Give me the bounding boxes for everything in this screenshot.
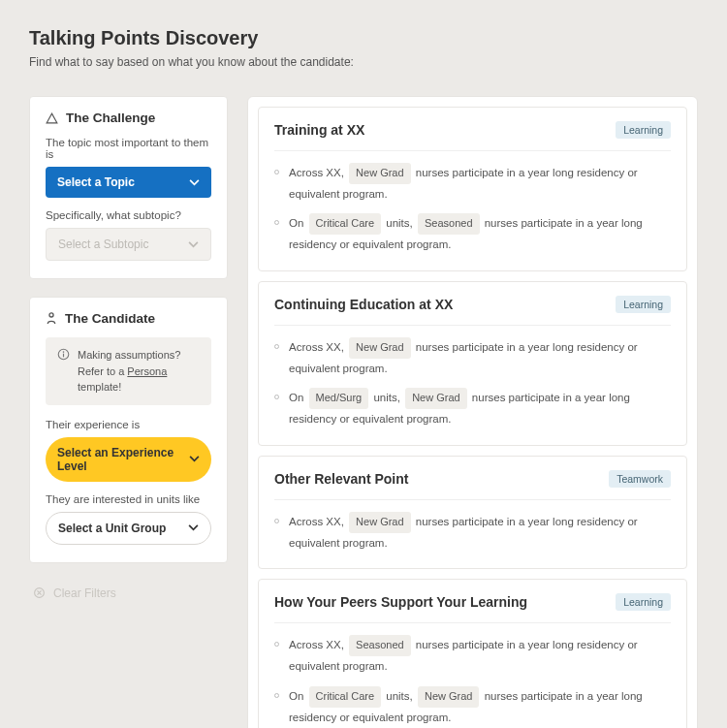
chip: Critical Care xyxy=(309,686,382,708)
bullet-text: Across XX, New Grad nurses participate i… xyxy=(289,337,671,378)
sidebar: The Challenge The topic most important t… xyxy=(29,96,228,606)
subtopic-select-value: Select a Subtopic xyxy=(58,237,148,251)
panel-candidate: The Candidate Making assumptions? Refer … xyxy=(29,297,228,563)
chevron-down-icon xyxy=(188,241,199,248)
info-card: Making assumptions? Refer to a Persona t… xyxy=(46,337,211,405)
unit-label: They are interested in units like xyxy=(46,493,211,505)
bullet-item: Across XX, New Grad nurses participate i… xyxy=(274,337,671,378)
persona-link[interactable]: Persona xyxy=(127,365,167,377)
unit-select[interactable]: Select a Unit Group xyxy=(46,512,211,545)
chip: Critical Care xyxy=(309,213,382,235)
bullet-text: On Critical Care units, Seasoned nurses … xyxy=(289,213,671,254)
bullet-dot-icon xyxy=(274,395,279,399)
subtopic-label: Specifically, what subtopic? xyxy=(46,209,211,221)
svg-point-2 xyxy=(63,351,65,353)
chip: Med/Surg xyxy=(309,388,369,409)
bullet-dot-icon xyxy=(274,220,279,225)
bullet-item: On Critical Care units, Seasoned nurses … xyxy=(274,213,671,254)
bullet-dot-icon xyxy=(274,344,279,349)
info-line2-prefix: Refer to a xyxy=(78,365,127,377)
chip: New Grad xyxy=(418,686,480,708)
results-container: Training at XXLearningAcross XX, New Gra… xyxy=(247,96,698,728)
bullet-dot-icon xyxy=(274,693,279,698)
unit-select-value: Select a Unit Group xyxy=(58,522,166,535)
card-title: Other Relevant Point xyxy=(274,471,408,487)
bullet-item: Across XX, New Grad nurses participate i… xyxy=(274,163,671,204)
experience-select-value: Select an Experience Level xyxy=(57,446,189,473)
panel-candidate-heading: The Candidate xyxy=(65,311,155,326)
bullet-text: On Med/Surg units, New Grad nurses parti… xyxy=(289,388,671,428)
clear-filters-button[interactable]: Clear Filters xyxy=(29,581,228,606)
info-line1: Making assumptions? xyxy=(78,349,180,361)
experience-select[interactable]: Select an Experience Level xyxy=(46,437,211,482)
bullet-text: Across XX, New Grad nurses participate i… xyxy=(289,163,671,204)
chip: Seasoned xyxy=(418,213,480,235)
bullet-item: On Med/Surg units, New Grad nurses parti… xyxy=(274,388,671,428)
result-card: How Your Peers Support Your LearningLear… xyxy=(258,579,687,728)
bullet-item: Across XX, New Grad nurses participate i… xyxy=(274,512,671,553)
chevron-down-icon xyxy=(188,524,199,531)
subtopic-select[interactable]: Select a Subtopic xyxy=(46,228,211,261)
panel-challenge-heading: The Challenge xyxy=(66,111,155,125)
card-title: How Your Peers Support Your Learning xyxy=(274,594,527,610)
info-line2-suffix: template! xyxy=(78,381,121,393)
clear-icon xyxy=(33,586,46,599)
chip: New Grad xyxy=(349,163,411,184)
svg-point-0 xyxy=(49,313,53,317)
bullet-text: On Critical Care units, New Grad nurses … xyxy=(289,686,671,727)
card-tag: Learning xyxy=(616,121,671,139)
page-subtitle: Find what to say based on what you know … xyxy=(29,55,698,69)
chevron-down-icon xyxy=(189,179,200,186)
card-tag: Teamwork xyxy=(609,470,671,488)
topic-select[interactable]: Select a Topic xyxy=(46,167,211,198)
card-tag: Learning xyxy=(616,593,671,611)
bullet-item: On Critical Care units, New Grad nurses … xyxy=(274,686,671,727)
bullet-dot-icon xyxy=(274,519,279,523)
experience-label: Their experience is xyxy=(46,419,211,430)
bullet-dot-icon xyxy=(274,170,279,174)
person-icon xyxy=(46,312,57,325)
panel-challenge: The Challenge The topic most important t… xyxy=(29,96,228,279)
card-title: Training at XX xyxy=(274,122,364,138)
bullet-text: Across XX, Seasoned nurses participate i… xyxy=(289,635,671,676)
bullet-text: Across XX, New Grad nurses participate i… xyxy=(289,512,671,553)
bullet-dot-icon xyxy=(274,642,279,647)
bullet-item: Across XX, Seasoned nurses participate i… xyxy=(274,635,671,676)
chip: New Grad xyxy=(349,337,411,359)
info-icon xyxy=(57,348,70,365)
chevron-down-icon xyxy=(189,456,200,462)
svg-rect-3 xyxy=(63,354,64,358)
warning-triangle-icon xyxy=(46,112,58,124)
result-card: Continuing Education at XXLearningAcross… xyxy=(258,281,687,446)
chip: New Grad xyxy=(405,388,467,409)
chip: Seasoned xyxy=(349,635,411,656)
result-card: Other Relevant PointTeamworkAcross XX, N… xyxy=(258,456,687,569)
result-card: Training at XXLearningAcross XX, New Gra… xyxy=(258,107,687,271)
page-title: Talking Points Discovery xyxy=(29,27,698,49)
card-title: Continuing Education at XX xyxy=(274,297,453,312)
chip: New Grad xyxy=(349,512,411,533)
clear-filters-label: Clear Filters xyxy=(53,586,116,600)
topic-select-value: Select a Topic xyxy=(57,175,135,189)
topic-label: The topic most important to them is xyxy=(46,137,211,160)
card-tag: Learning xyxy=(616,296,671,313)
